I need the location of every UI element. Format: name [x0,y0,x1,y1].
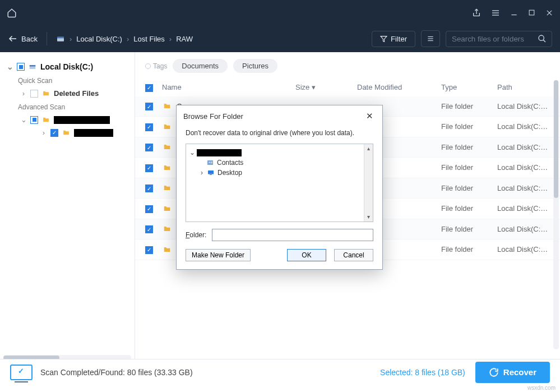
svg-rect-20 [211,162,213,163]
breadcrumb-item[interactable]: RAW [176,35,193,43]
folder-icon [162,143,172,151]
breadcrumb: › Local Disk(C:) › Lost Files › RAW [56,34,366,43]
ok-button[interactable]: OK [287,249,326,261]
recover-button[interactable]: Recover [475,362,550,383]
breadcrumb-item[interactable]: Lost Files [133,35,165,43]
tree-item-deleted[interactable]: › Deleted Files [6,87,135,100]
titlebar [0,0,560,25]
dialog-close-icon[interactable]: ✕ [363,110,377,122]
dialog-message: Don't recover data to original drive (wh… [177,126,382,144]
browse-folder-dialog: Browse For Folder ✕ Don't recover data t… [176,105,383,270]
file-path: Local Disk(C:)\Lost F... [497,163,550,172]
search-icon[interactable] [538,34,547,43]
file-type: File folder [441,184,497,192]
file-type: File folder [441,163,497,172]
col-path[interactable]: Path [497,83,550,91]
tags-row: Tags Documents Pictures [135,59,560,79]
filter-label: Filter [391,35,407,43]
footer: Scan Completed/Found: 80 files (33.33 GB… [0,359,560,385]
tree-contacts-label: Contacts [217,159,243,167]
close-icon[interactable] [545,9,553,17]
chevron-right-icon[interactable]: › [200,169,204,177]
content-scrollbar[interactable] [553,80,559,349]
svg-rect-21 [211,163,213,163]
tag-pictures[interactable]: Pictures [233,59,277,73]
tree-row-user[interactable]: ⌄ [189,147,373,158]
home-icon[interactable] [7,8,17,18]
col-name[interactable]: Name [162,83,295,91]
row-checkbox[interactable]: ✓ [145,103,153,110]
row-checkbox[interactable]: ✓ [145,185,153,192]
chevron-right-icon[interactable]: › [20,89,27,98]
chevron-right-icon: › [169,35,172,43]
checkbox[interactable] [30,90,38,98]
svg-rect-17 [30,65,36,66]
row-checkbox[interactable]: ✓ [145,246,153,254]
folder-icon [162,205,172,213]
list-view-button[interactable] [421,30,440,47]
file-type: File folder [441,204,497,213]
checkbox-indeterminate[interactable] [30,116,38,124]
row-checkbox[interactable]: ✓ [145,164,153,172]
folder-icon [162,123,172,131]
row-checkbox[interactable]: ✓ [145,205,153,213]
file-type: File folder [441,102,497,110]
select-all-checkbox[interactable]: ✓ [145,84,153,92]
redacted-label [54,116,110,124]
breadcrumb-item[interactable]: Local Disk(C:) [76,35,122,43]
col-type[interactable]: Type [441,83,497,91]
tree-row-contacts[interactable]: Contacts [189,158,373,168]
checkbox-indeterminate[interactable] [17,63,25,71]
search-wrap [446,31,552,47]
minimize-icon[interactable] [510,9,518,17]
row-checkbox[interactable]: ✓ [145,144,153,151]
scroll-down-icon[interactable]: ▾ [364,213,373,222]
menu-icon[interactable] [491,8,500,17]
selected-status: Selected: 8 files (18 GB) [380,368,465,377]
tree-root[interactable]: ⌄ Local Disk(C:) [6,60,135,73]
chevron-down-icon[interactable]: ⌄ [189,149,194,156]
maximize-icon[interactable] [528,9,535,16]
quick-scan-label: Quick Scan [6,73,135,87]
make-new-folder-button[interactable]: Make New Folder [186,249,251,261]
file-type: File folder [441,143,497,151]
chevron-right-icon[interactable]: › [40,128,47,137]
row-checkbox[interactable]: ✓ [145,225,153,233]
tree-item-adv2[interactable]: › ✓ [6,126,135,139]
file-type: File folder [441,122,497,131]
dialog-titlebar: Browse For Folder ✕ [177,105,382,126]
folder-icon [162,225,172,233]
svg-rect-22 [208,170,214,174]
file-type: File folder [441,245,497,253]
svg-marker-10 [381,36,387,41]
row-checkbox[interactable]: ✓ [145,123,153,131]
chevron-down-icon[interactable]: ⌄ [7,62,13,71]
col-size[interactable]: Size▾ [295,83,357,91]
dialog-tree[interactable]: ⌄ Contacts › Desktop ▴▾ [186,144,373,222]
drive-icon [56,34,65,43]
header-bar: Back › Local Disk(C:) › Lost Files › RAW… [0,25,560,52]
watermark: wsxdn.com [527,385,556,391]
tree-row-desktop[interactable]: › Desktop [189,168,373,178]
tag-documents[interactable]: Documents [173,59,228,73]
tree-item-adv1[interactable]: ⌄ [6,113,135,126]
folder-input[interactable] [212,229,373,241]
share-icon[interactable] [472,8,481,17]
svg-rect-9 [57,37,64,39]
cancel-button[interactable]: Cancel [334,249,373,261]
folder-icon [41,90,50,97]
advanced-scan-label: Advanced Scan [6,100,135,113]
col-date-modified[interactable]: Date Modified [357,83,441,91]
dialog-tree-scrollbar[interactable]: ▴▾ [364,144,373,222]
checkbox-checked[interactable]: ✓ [50,129,58,137]
file-path: Local Disk(C:)\Lost F... [497,143,550,151]
chevron-down-icon[interactable]: ⌄ [20,116,27,124]
scroll-up-icon[interactable]: ▴ [364,144,373,153]
back-button[interactable]: Back [8,34,38,44]
file-path: Local Disk(C:)\Lost F... [497,184,550,192]
filter-button[interactable]: Filter [372,31,415,47]
search-input[interactable] [446,31,552,47]
scan-complete-icon [10,365,33,380]
sort-desc-icon: ▾ [312,83,316,91]
redacted-label [197,149,242,156]
